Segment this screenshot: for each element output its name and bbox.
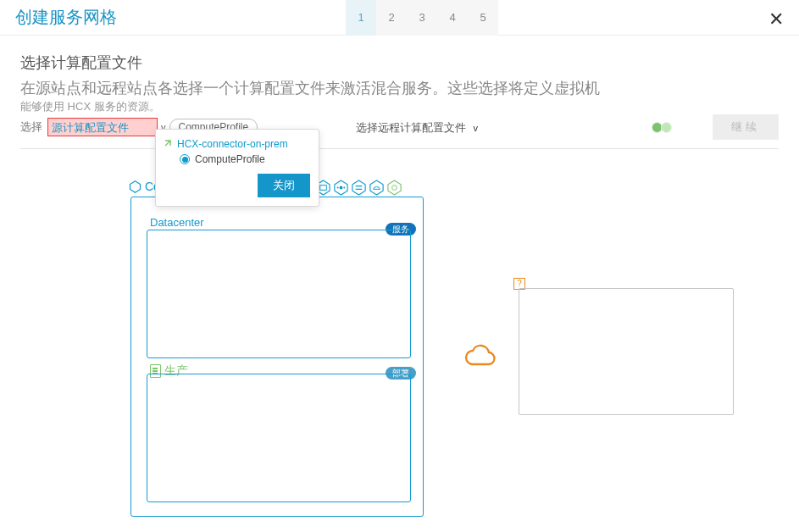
production-box	[147, 374, 411, 502]
datacenter-box	[147, 230, 411, 358]
wizard-body: 选择计算配置文件 在源站点和远程站点各选择一个计算配置文件来激活混合服务。这些选…	[0, 36, 799, 532]
source-profile-field[interactable]: 源计算配置文件	[47, 118, 158, 136]
datacenter-label: Datacenter	[150, 216, 204, 229]
step-5[interactable]: 5	[468, 0, 498, 36]
svg-marker-8	[370, 180, 383, 195]
desc-line-1: 在源站点和远程站点各选择一个计算配置文件来激活混合服务。这些选择将定义虚拟机	[20, 80, 600, 97]
service-icon-3	[351, 180, 367, 196]
step-indicator: 1 2 3 4 5	[346, 0, 498, 36]
svg-point-10	[392, 186, 397, 191]
status-dots	[653, 122, 672, 133]
topology-diagram: ComputeProfile Datacenter 服务 生产 部署 ?	[20, 180, 779, 532]
service-icon-2	[333, 180, 349, 196]
source-site-box: Datacenter 服务 生产 部署	[130, 197, 424, 517]
close-icon[interactable]: ✕	[768, 8, 784, 30]
step-1[interactable]: 1	[346, 0, 376, 36]
remote-label: 选择远程计算配置文件	[356, 121, 466, 134]
svg-point-4	[340, 186, 343, 190]
popup-site-name: HCX-connector-on-prem	[177, 138, 288, 150]
svg-marker-0	[130, 181, 141, 193]
profile-selector-row: 选择 源计算配置文件 v ComputeProfile 选择远程计算配置文件 v…	[20, 118, 779, 136]
service-icon-4	[369, 180, 385, 196]
wizard-header: 创建服务网格 1 2 3 4 5 ✕	[0, 0, 799, 36]
divider	[20, 148, 779, 149]
page-title: 创建服务网格	[15, 6, 117, 29]
popup-profile-row[interactable]: ComputeProfile	[164, 152, 310, 167]
hexagon-icon	[129, 180, 141, 193]
desc-line-2: 能够使用 HCX 服务的资源。	[20, 99, 779, 114]
service-icon-5	[386, 180, 402, 196]
cloud-icon	[463, 342, 498, 369]
section-desc: 在源站点和远程站点各选择一个计算配置文件来激活混合服务。这些选择将定义虚拟机 能…	[20, 78, 779, 114]
step-2[interactable]: 2	[376, 0, 407, 36]
status-dot-light	[661, 122, 672, 133]
popup-close-button[interactable]: 关闭	[258, 174, 310, 197]
svg-marker-7	[352, 180, 365, 195]
source-label: 选择	[20, 119, 42, 135]
svg-point-6	[343, 187, 345, 189]
arrow-icon	[164, 140, 174, 149]
svg-marker-9	[388, 180, 401, 195]
svg-point-5	[337, 187, 339, 189]
section-title: 选择计算配置文件	[20, 53, 779, 73]
service-icons-row	[315, 180, 402, 196]
svg-rect-2	[320, 186, 327, 191]
continue-wrapper: 继续	[713, 114, 779, 140]
chevron-down-icon: v	[473, 123, 478, 133]
step-3[interactable]: 3	[407, 0, 437, 36]
continue-button[interactable]: 继续	[713, 114, 779, 140]
popup-site-row[interactable]: HCX-connector-on-prem	[164, 136, 310, 152]
remote-profile-select[interactable]: 选择远程计算配置文件 v	[356, 119, 478, 136]
radio-selected-icon	[180, 154, 190, 164]
remote-site-box	[519, 288, 734, 415]
profile-dropdown-popup: HCX-connector-on-prem ComputeProfile 关闭	[155, 129, 319, 207]
popup-actions: 关闭	[164, 174, 310, 197]
step-4[interactable]: 4	[437, 0, 468, 36]
popup-profile-name: ComputeProfile	[195, 153, 265, 165]
